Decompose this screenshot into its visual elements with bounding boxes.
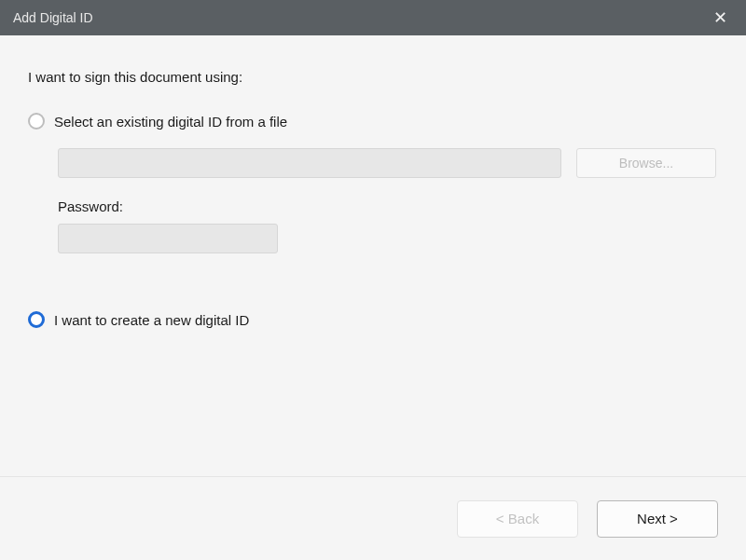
file-path-input[interactable]: [58, 148, 561, 178]
close-icon[interactable]: ✕: [706, 6, 735, 30]
titlebar: Add Digital ID ✕: [0, 0, 746, 35]
option-new-row[interactable]: I want to create a new digital ID: [28, 311, 718, 328]
option-new-label: I want to create a new digital ID: [54, 312, 249, 328]
radio-existing[interactable]: [28, 113, 45, 130]
existing-id-subfields: Browse... Password:: [58, 148, 718, 253]
dialog-footer: < Back Next >: [0, 476, 746, 560]
dialog-content: I want to sign this document using: Sele…: [0, 35, 746, 365]
next-button[interactable]: Next >: [597, 500, 718, 538]
browse-button[interactable]: Browse...: [576, 148, 716, 178]
option-existing-label: Select an existing digital ID from a fil…: [54, 114, 287, 130]
file-row: Browse...: [58, 148, 718, 178]
back-button[interactable]: < Back: [457, 500, 578, 538]
radio-new[interactable]: [28, 311, 45, 328]
option-existing-row[interactable]: Select an existing digital ID from a fil…: [28, 113, 718, 130]
password-label: Password:: [58, 198, 718, 214]
prompt-text: I want to sign this document using:: [28, 69, 718, 85]
password-input[interactable]: [58, 224, 278, 253]
dialog-title: Add Digital ID: [13, 10, 93, 25]
